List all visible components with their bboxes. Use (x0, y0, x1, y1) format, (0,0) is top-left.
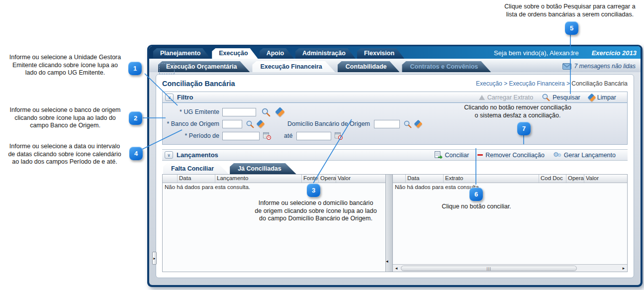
banco-clear-button[interactable] (258, 121, 264, 127)
eraser-icon (257, 120, 265, 128)
column-header-valor[interactable]: Valor (584, 175, 627, 183)
scroll-right-icon[interactable]: ▸ (620, 266, 627, 271)
scroll-left-icon[interactable]: ◂ (393, 266, 400, 271)
h-scrollbar[interactable]: ◂ ||| ▸ (393, 264, 627, 272)
domicilio-clear-button[interactable] (415, 121, 421, 127)
search-icon (261, 107, 271, 117)
annotation-balloon-4: 4 (129, 147, 143, 160)
menu-tab-flexvision[interactable]: Flexvision (357, 48, 404, 59)
search-icon (403, 120, 412, 128)
app-window: Planejamento Execução Apoio Administraçã… (147, 45, 643, 287)
h-scrollbar-thumb[interactable]: ||| (401, 266, 577, 271)
right-table-empty-message: Não há dados para esta consulta. (393, 183, 627, 264)
annotation-balloon-2: 2 (129, 111, 142, 125)
tab-falta-conciliar[interactable]: Falta Conciliar (163, 163, 229, 174)
breadcrumb-execucao[interactable]: Execução (476, 80, 502, 87)
h-scrollbar-track[interactable]: ||| (400, 265, 620, 272)
splitter-collapse-icon[interactable]: ◂ (386, 259, 388, 264)
periodo-ate-calendar-button[interactable] (335, 132, 343, 140)
app-window-body: Planejamento Execução Apoio Administraçã… (149, 46, 641, 285)
left-table: Data Lançamento Fonte Operaç Valor Não h… (162, 174, 386, 272)
gerar-lancamento-button[interactable]: ⚙⚙ Gerar Lançamento (553, 151, 616, 159)
left-table-empty-message: Não há dados para esta consulta. (163, 183, 385, 272)
ug-emitente-input[interactable] (222, 108, 256, 116)
ug-emitente-label: * UG Emitente (163, 108, 222, 115)
right-table: Data Extrato Cod Doc Operaç Valor Não há… (392, 174, 628, 272)
focus-outline (159, 63, 175, 74)
unread-messages-label: 7 mensagens não lidas (574, 63, 636, 70)
breadcrumb-execucao-financeira[interactable]: Execução Financeira (509, 80, 565, 87)
annotation-text-7: Clicando no botão remover conciliação o … (460, 104, 575, 119)
unread-messages-link[interactable]: 7 mensagens não lidas (562, 63, 636, 72)
domicilio-input[interactable] (374, 120, 400, 128)
collapse-handle[interactable]: ▸ (152, 252, 157, 265)
envelope-icon (562, 63, 571, 70)
annotation-balloon-3: 3 (307, 184, 320, 197)
tab-contratos-convenios[interactable]: Contratos e Convênios (402, 61, 491, 72)
annotation-text-3: Informe ou selecione o domicílio bancári… (244, 199, 388, 223)
left-table-header: Data Lançamento Fonte Operaç Valor (163, 175, 385, 183)
eraser-icon (414, 120, 423, 128)
periodo-ate-input[interactable] (296, 132, 331, 140)
column-header-lancamento[interactable]: Lançamento (215, 175, 302, 183)
annotation-text-2: Informe ou selecione o banco de origem c… (3, 106, 127, 130)
column-header-operacao[interactable]: Operaç (319, 175, 336, 183)
breadcrumb-current: Conciliação Bancária (571, 80, 628, 87)
periodo-de-calendar-button[interactable] (263, 132, 271, 140)
annotation-text-6: Clique no botão conciliar. (432, 203, 521, 211)
column-header-fonte[interactable]: Fonte (302, 175, 319, 183)
remover-conciliacao-button[interactable]: Remover Conciliação (477, 152, 545, 159)
calendar-icon (263, 132, 271, 140)
remover-conciliacao-label: Remover Conciliação (485, 152, 545, 159)
column-header-extrato[interactable]: Extrato (444, 175, 539, 183)
column-header-data[interactable]: Data (406, 175, 444, 183)
pesquisar-label: Pesquisar (552, 94, 580, 101)
column-header-valor[interactable]: Valor (336, 175, 385, 183)
lancamentos-title: Lançamentos (177, 151, 218, 159)
welcome-text: Seja bem vindo(a), Alexandre (494, 49, 579, 57)
menu-tab-planejamento[interactable]: Planejamento (153, 48, 210, 59)
carregar-extrato-button[interactable]: Carregar Extrato (479, 94, 533, 101)
main-menubar: Planejamento Execução Apoio Administraçã… (149, 46, 641, 59)
tab-ja-conciliadas[interactable]: Já Conciliadas (230, 163, 296, 174)
annotation-text-1: Informe ou selecione a Unidade Gestora E… (3, 54, 127, 77)
tab-contabilidade[interactable]: Contabilidade (338, 61, 400, 72)
annotation-balloon-1: 1 (128, 62, 142, 75)
module-tabbar: Execução Orçamentária Execução Financeir… (149, 59, 641, 72)
filter-row-periodo: * Período de (163, 130, 627, 142)
pesquisar-button[interactable]: Pesquisar (542, 93, 580, 101)
lancamentos-actions: Conciliar Remover Conciliação ⚙⚙ Gerar L… (435, 151, 616, 159)
column-header-operacao[interactable]: Operaç (566, 175, 584, 183)
chevron-down-icon[interactable]: ∨ (165, 94, 174, 101)
banco-search-button[interactable] (246, 120, 254, 128)
upload-icon (479, 95, 485, 100)
conciliate-icon (435, 151, 443, 159)
conciliar-button[interactable]: Conciliar (435, 151, 469, 159)
menu-tab-apoio[interactable]: Apoio (260, 48, 294, 59)
breadcrumb: Execução > Execução Financeira > Concili… (476, 80, 628, 87)
tab-execucao-financeira[interactable]: Execução Financeira (252, 61, 335, 72)
chevron-down-icon[interactable]: ∨ (165, 151, 173, 159)
domicilio-search-button[interactable] (403, 120, 412, 128)
periodo-de-input[interactable] (222, 132, 260, 140)
annotation-text-4: Informe ou selecione a data ou intervalo… (1, 143, 128, 166)
domicilio-label: Domicílio Bancário de Origem (287, 120, 370, 127)
column-header-cod-doc[interactable]: Cod Doc (539, 175, 566, 183)
eraser-icon (275, 107, 285, 117)
ug-search-button[interactable] (261, 107, 271, 117)
menu-tab-execucao[interactable]: Execução (212, 48, 258, 59)
carregar-extrato-label: Carregar Extrato (487, 94, 533, 101)
ate-label: até (284, 132, 292, 139)
breadcrumb-separator: > (504, 80, 507, 87)
conciliar-label: Conciliar (445, 152, 469, 159)
table-splitter[interactable]: ◂ (386, 174, 392, 272)
banco-origem-input[interactable] (222, 120, 242, 128)
banco-origem-label: * Banco de Origem (163, 120, 222, 127)
column-header-data[interactable]: Data (178, 175, 215, 183)
menu-tab-administracao[interactable]: Administração (295, 48, 356, 59)
limpar-button[interactable]: Limpar (589, 94, 616, 101)
annotation-balloon-7: 7 (517, 122, 531, 135)
tables-area: Data Lançamento Fonte Operaç Valor Não h… (162, 174, 628, 272)
annotation-balloon-6: 6 (469, 188, 483, 201)
ug-clear-button[interactable] (276, 108, 283, 115)
